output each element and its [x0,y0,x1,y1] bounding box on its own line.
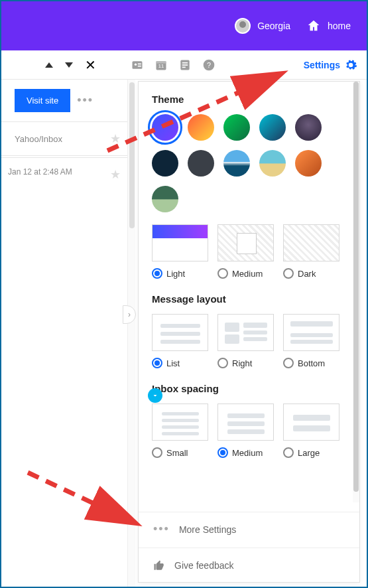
spacing-small[interactable]: Small [152,447,208,458]
radio-icon [217,358,228,368]
more-settings-link[interactable]: ••• More Settings [139,512,359,546]
svg-text:11: 11 [158,63,164,69]
layout-bottom[interactable]: Bottom [283,358,339,368]
theme-swatch[interactable] [152,186,178,212]
notepad-icon[interactable] [178,58,192,72]
gear-icon [344,58,357,72]
settings-label: Settings [304,60,340,70]
feedback-link[interactable]: Give feedback [139,548,359,582]
radio-icon [283,358,294,368]
svg-rect-3 [138,65,141,66]
top-bar: Georgia home [1,1,367,50]
spacing-large[interactable]: Large [283,447,339,458]
layout-list[interactable]: List [152,358,208,368]
svg-text:?: ? [207,61,211,69]
help-icon[interactable]: ? [202,58,215,72]
svg-rect-2 [138,63,141,64]
list-scrollbar[interactable]: › [127,80,135,588]
spacing-card-large[interactable] [283,404,339,441]
theme-mode-medium[interactable]: Medium [217,268,274,279]
radio-icon [217,268,228,279]
svg-rect-8 [182,62,188,63]
svg-point-1 [135,63,137,65]
theme-swatch[interactable] [188,150,214,177]
radio-icon [152,268,162,279]
radio-icon [217,447,228,458]
left-column: Visit site ••• Yahoo/Inbox ★ Jan 12 at 2… [1,80,127,187]
radio-icon [152,358,162,368]
theme-swatch[interactable] [295,150,322,177]
theme-swatch[interactable] [223,114,250,141]
svg-line-14 [28,473,134,522]
layout-right[interactable]: Right [217,358,274,368]
theme-swatch[interactable] [259,114,286,141]
folder-row[interactable]: Yahoo/Inbox ★ [1,122,127,156]
spacing-card-medium[interactable] [217,404,274,441]
prev-triangle-icon[interactable] [45,62,53,68]
folder-label: Yahoo/Inbox [15,134,62,144]
layout-card-right[interactable] [217,314,274,351]
radio-icon [152,447,162,458]
home-link[interactable]: home [306,19,351,33]
theme-swatch[interactable] [152,114,178,141]
panel-scrollbar[interactable] [353,82,359,502]
settings-link[interactable]: Settings [304,58,357,72]
layout-card-list[interactable] [152,314,208,351]
radio-icon [283,447,294,458]
calendar-icon[interactable]: 11 [154,58,168,72]
settings-panel: Theme Light Medium Dark Message layout [138,81,360,583]
avatar-icon [235,18,251,34]
theme-swatch[interactable] [295,114,322,141]
svg-rect-10 [182,66,186,68]
theme-swatches [152,114,339,212]
user-name: Georgia [257,21,290,31]
more-dots-icon[interactable]: ••• [77,94,93,108]
layout-card-bottom[interactable] [283,314,339,351]
theme-heading: Theme [152,94,339,105]
feedback-label: Give feedback [174,560,234,571]
layout-heading: Message layout [152,293,339,305]
message-row[interactable]: Jan 12 at 2:48 AM ★ [1,157,127,187]
svg-rect-0 [133,61,143,69]
thumbs-up-icon [153,559,165,571]
theme-swatch[interactable] [188,114,214,141]
home-label: home [328,21,351,31]
theme-mode-card-light[interactable] [152,224,208,261]
star-icon[interactable]: ★ [110,131,121,146]
radio-icon [283,268,294,279]
svg-rect-9 [182,64,188,66]
toolbar: ✕ 11 ? Settings [1,50,367,80]
spacing-card-small[interactable] [152,404,208,441]
expand-handle-icon[interactable]: › [123,305,136,324]
scroll-down-icon[interactable] [148,388,162,403]
theme-mode-dark[interactable]: Dark [283,268,339,279]
home-icon [306,19,321,33]
close-icon[interactable]: ✕ [85,57,96,73]
theme-mode-card-medium[interactable] [217,224,274,261]
theme-swatch[interactable] [152,150,178,177]
theme-mode-light[interactable]: Light [152,268,208,279]
spacing-medium[interactable]: Medium [217,447,274,458]
more-dots-icon: ••• [153,522,170,536]
star-icon[interactable]: ★ [110,167,121,182]
visit-site-button[interactable]: Visit site [15,89,70,112]
user-profile[interactable]: Georgia [235,18,290,34]
next-triangle-icon[interactable] [65,62,73,68]
theme-swatch[interactable] [259,150,286,177]
theme-swatch[interactable] [223,150,250,177]
theme-mode-card-dark[interactable] [283,224,339,261]
spacing-heading: Inbox spacing [152,383,339,394]
contact-card-icon[interactable] [131,58,144,72]
more-settings-label: More Settings [179,524,236,535]
timestamp: Jan 12 at 2:48 AM [8,167,72,182]
